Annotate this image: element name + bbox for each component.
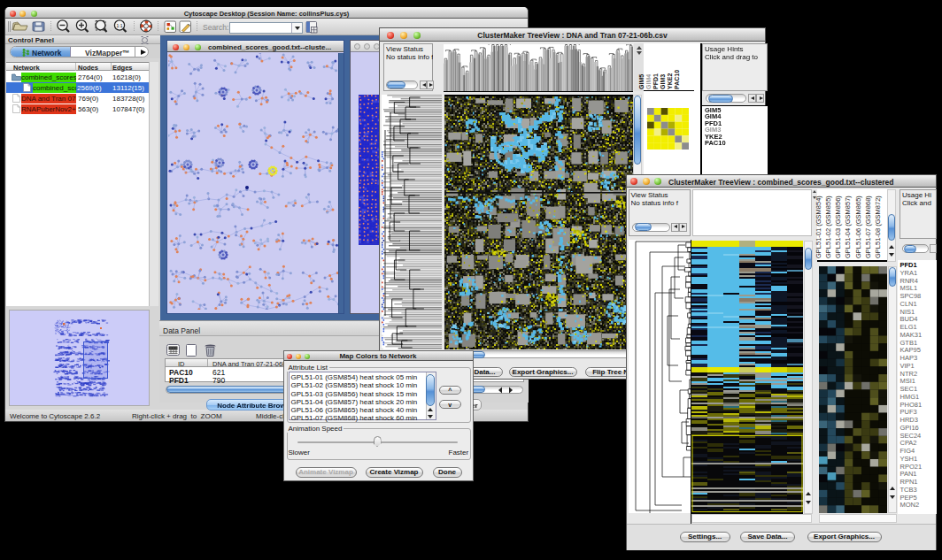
svg-text:1:1: 1:1: [117, 23, 123, 28]
